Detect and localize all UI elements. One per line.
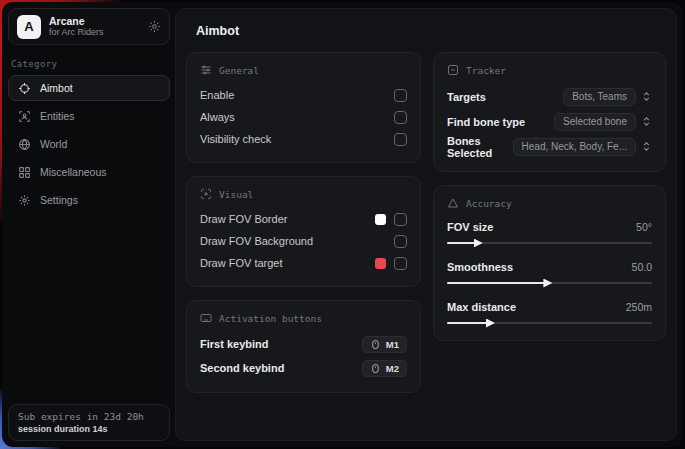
targets-select[interactable]: Bots, Teams <box>563 88 636 106</box>
page-title: Aimbot <box>176 9 676 38</box>
slider-thumb-icon[interactable] <box>543 279 552 288</box>
keybind-value: M2 <box>386 363 399 374</box>
unfold-more-icon[interactable] <box>641 91 652 102</box>
setting-row-fov-target: Draw FOV target <box>200 252 407 274</box>
max-distance-slider[interactable] <box>447 318 652 328</box>
app-identity: Arcane for Arc Riders <box>49 15 140 37</box>
sidebar-item-entities[interactable]: Entities <box>8 103 170 129</box>
setting-label: Draw FOV target <box>200 257 283 269</box>
max-distance-value: 250m <box>626 301 652 313</box>
setting-row-enable: Enable <box>200 84 407 106</box>
setting-label: Targets <box>447 91 486 103</box>
sidebar-item-label: Entities <box>40 110 74 122</box>
setting-label: Always <box>200 111 235 123</box>
setting-label: First keybind <box>200 338 268 350</box>
setting-row-targets: Targets Bots, Teams <box>447 84 652 109</box>
setting-row-second-keybind: Second keybind M2 <box>200 356 407 380</box>
fov-background-checkbox[interactable] <box>394 235 407 248</box>
main-panel: Aimbot General Enable <box>175 8 677 441</box>
app-subtitle: for Arc Riders <box>49 27 140 37</box>
gear-icon[interactable] <box>148 20 161 33</box>
fov-target-color-swatch[interactable] <box>375 258 386 269</box>
setting-label: Draw FOV Border <box>200 213 287 225</box>
slider-thumb-icon[interactable] <box>474 239 483 248</box>
focus-plus-icon <box>200 188 212 200</box>
app-name: Arcane <box>49 15 140 27</box>
sidebar-item-aimbot[interactable]: Aimbot <box>8 75 170 101</box>
setting-label: Smoothness <box>447 261 513 273</box>
triangle-icon <box>447 197 459 209</box>
box-minus-icon <box>447 64 459 76</box>
unfold-more-icon[interactable] <box>641 141 652 152</box>
general-card: General Enable Always Visibility check <box>186 52 421 163</box>
sidebar-item-label: Settings <box>40 194 78 206</box>
setting-label: Enable <box>200 89 234 101</box>
logo-card[interactable]: A Arcane for Arc Riders <box>8 8 170 45</box>
gear-icon <box>18 194 31 207</box>
crosshair-icon <box>18 82 31 95</box>
sidebar-item-label: Miscellaneous <box>40 166 107 178</box>
app-window: A Arcane for Arc Riders Category Aimbot <box>2 2 683 447</box>
activation-card: Activation buttons First keybind M1 Seco… <box>186 300 421 393</box>
smoothness-value: 50.0 <box>632 261 652 273</box>
setting-row-visibility-check: Visibility check <box>200 128 407 150</box>
fov-size-value: 50° <box>636 221 652 233</box>
sidebar-item-settings[interactable]: Settings <box>8 187 170 213</box>
find-bone-type-select[interactable]: Selected bone <box>554 113 636 131</box>
setting-row-first-keybind: First keybind M1 <box>200 332 407 356</box>
setting-row-smoothness: Smoothness 50.0 <box>447 257 652 288</box>
setting-label: Draw FOV Background <box>200 235 313 247</box>
tracker-card: Tracker Targets Bots, Teams Find bone ty… <box>433 52 666 172</box>
entities-scan-icon <box>18 110 31 123</box>
setting-row-max-distance: Max distance 250m <box>447 297 652 328</box>
fov-border-color-swatch[interactable] <box>375 214 386 225</box>
bones-selected-select[interactable]: Head, Neck, Body, Fe... <box>513 138 636 156</box>
sidebar-item-world[interactable]: World <box>8 131 170 157</box>
setting-row-fov-border: Draw FOV Border <box>200 208 407 230</box>
app-logo: A <box>17 15 41 39</box>
session-duration-text: session duration 14s <box>18 424 160 434</box>
fov-border-checkbox[interactable] <box>394 213 407 226</box>
sub-expires-text: Sub expires in 23d 20h <box>18 411 160 422</box>
setting-row-fov-background: Draw FOV Background <box>200 230 407 252</box>
subscription-card: Sub expires in 23d 20h session duration … <box>8 404 170 441</box>
grid-icon <box>18 166 31 179</box>
setting-label: FOV size <box>447 221 493 233</box>
unfold-more-icon[interactable] <box>641 116 652 127</box>
visibility-check-checkbox[interactable] <box>394 133 407 146</box>
setting-label: Find bone type <box>447 116 525 128</box>
sidebar-nav: Aimbot Entities World Miscellaneous <box>8 75 170 213</box>
enable-checkbox[interactable] <box>394 89 407 102</box>
sidebar-item-label: World <box>40 138 67 150</box>
accuracy-card: Accuracy FOV size 50° <box>433 185 666 341</box>
sidebar: A Arcane for Arc Riders Category Aimbot <box>8 8 170 441</box>
sidebar-item-label: Aimbot <box>40 82 73 94</box>
setting-row-always: Always <box>200 106 407 128</box>
globe-icon <box>18 138 31 151</box>
setting-row-fov-size: FOV size 50° <box>447 217 652 248</box>
card-title: Accuracy <box>466 198 512 209</box>
mouse-icon <box>370 363 381 374</box>
category-label: Category <box>11 59 170 69</box>
second-keybind-button[interactable]: M2 <box>362 360 407 377</box>
fov-target-checkbox[interactable] <box>394 257 407 270</box>
card-title: Visual <box>219 189 253 200</box>
slider-thumb-icon[interactable] <box>486 319 495 328</box>
fov-size-slider[interactable] <box>447 238 652 248</box>
card-title: General <box>219 65 259 76</box>
always-checkbox[interactable] <box>394 111 407 124</box>
card-title: Activation buttons <box>219 313 322 324</box>
visual-card: Visual Draw FOV Border Draw FOV Backgrou… <box>186 176 421 287</box>
first-keybind-button[interactable]: M1 <box>362 336 407 353</box>
mouse-icon <box>370 339 381 350</box>
sidebar-item-miscellaneous[interactable]: Miscellaneous <box>8 159 170 185</box>
keyboard-icon <box>200 312 212 324</box>
setting-label: Second keybind <box>200 362 284 374</box>
setting-label: Bones Selected <box>447 135 513 159</box>
smoothness-slider[interactable] <box>447 278 652 288</box>
keybind-value: M1 <box>386 339 399 350</box>
setting-label: Visibility check <box>200 133 271 145</box>
sliders-icon <box>200 64 212 76</box>
setting-row-bones-selected: Bones Selected Head, Neck, Body, Fe... <box>447 134 652 159</box>
setting-label: Max distance <box>447 301 516 313</box>
